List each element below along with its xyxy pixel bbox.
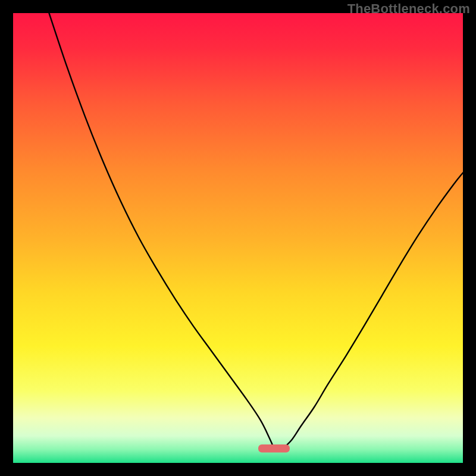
gradient-background [13,13,463,463]
watermark-text: TheBottleneck.com [347,1,470,17]
minimum-marker [258,444,290,453]
plot-area [13,13,463,463]
plot-svg [13,13,463,463]
chart-frame: TheBottleneck.com [0,0,476,476]
